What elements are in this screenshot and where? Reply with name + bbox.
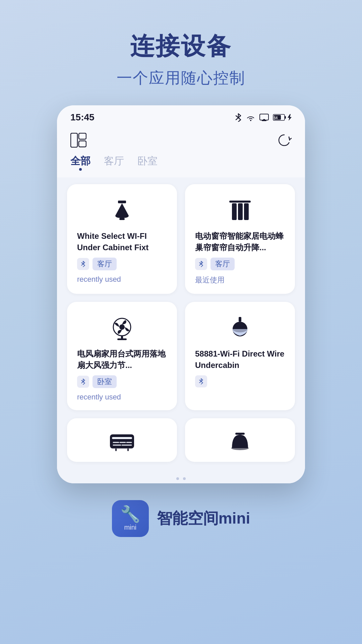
bluetooth-tag-2 xyxy=(195,258,207,270)
hero-section: 连接设备 一个应用随心控制 xyxy=(117,0,245,105)
wifi-icon xyxy=(246,114,255,121)
app-header xyxy=(57,126,305,151)
device-icon-area-5 xyxy=(77,430,167,457)
device-card-5[interactable] xyxy=(67,418,177,462)
room-tag-1: 客厅 xyxy=(93,258,117,270)
svg-point-26 xyxy=(231,446,249,450)
device-card-1[interactable]: White Select WI-FI Under Cabinet Fixt 客厅… xyxy=(67,184,177,294)
phone-inner: 15:45 xyxy=(57,105,305,483)
recently-used-2: 最近使用 xyxy=(195,275,285,285)
svg-rect-17 xyxy=(117,338,127,340)
app-icon-symbol: 🔧 xyxy=(120,506,140,522)
refresh-icon[interactable] xyxy=(277,133,292,148)
hero-subtitle: 一个应用随心控制 xyxy=(117,68,245,89)
svg-text:54: 54 xyxy=(274,116,278,120)
device-tags-4 xyxy=(195,375,285,387)
svg-rect-21 xyxy=(110,434,134,448)
svg-rect-23 xyxy=(115,448,117,451)
svg-rect-6 xyxy=(79,133,86,139)
device-tags-2: 客厅 xyxy=(195,258,285,270)
phone-frame: 15:45 xyxy=(57,105,305,483)
tab-bedroom[interactable]: 卧室 xyxy=(137,154,158,171)
app-icon[interactable]: 🔧 mini xyxy=(112,500,149,537)
bluetooth-tag-3 xyxy=(77,376,89,388)
tabs-row: 全部 客厅 卧室 xyxy=(57,151,305,177)
device-tags-1: 客厅 xyxy=(77,258,167,270)
device-icon-area-2 xyxy=(195,196,285,226)
device-name-1: White Select WI-FI Under Cabinet Fixt xyxy=(77,230,167,253)
svg-rect-7 xyxy=(79,141,86,147)
device-icon-area-4 xyxy=(195,313,285,343)
bluetooth-tag-4 xyxy=(195,375,207,387)
scroll-dot-1 xyxy=(176,477,179,480)
device-card-2[interactable]: 电动窗帘智能家居电动蜂巢帘窗帘自动升降... 客厅 最近使用 xyxy=(185,184,295,294)
device-icon-area-6 xyxy=(195,430,285,457)
bluetooth-tag-1 xyxy=(77,258,89,270)
room-tag-3: 卧室 xyxy=(93,375,117,388)
device-tags-3: 卧室 xyxy=(77,375,167,388)
ac-icon xyxy=(109,430,135,457)
app-icon-mini: mini xyxy=(124,524,136,531)
svg-rect-11 xyxy=(232,203,237,220)
app-footer: 🔧 mini 智能空间mini xyxy=(112,483,250,557)
scroll-dots xyxy=(57,472,305,483)
svg-rect-13 xyxy=(244,203,249,220)
device-card-6[interactable] xyxy=(185,418,295,462)
tab-all[interactable]: 全部 xyxy=(70,154,90,171)
svg-rect-18 xyxy=(239,317,241,322)
svg-rect-24 xyxy=(127,448,129,451)
recently-used-1: recently used xyxy=(77,275,167,284)
room-tag-2: 客厅 xyxy=(210,258,235,270)
battery-indicator: 54 xyxy=(273,114,292,121)
hero-title: 连接设备 xyxy=(117,30,245,62)
pendant-light-icon xyxy=(227,315,253,342)
device-card-4[interactable]: 58881-Wi-Fi Direct Wire Undercabin xyxy=(185,302,295,410)
svg-rect-9 xyxy=(119,218,125,220)
svg-rect-8 xyxy=(118,201,126,203)
svg-rect-25 xyxy=(235,433,245,435)
tab-living[interactable]: 客厅 xyxy=(104,154,124,171)
scroll-dot-2 xyxy=(183,477,186,480)
device-card-3[interactable]: 电风扇家用台式两用落地扇大风强力节... 卧室 recently used xyxy=(67,302,177,410)
svg-rect-2 xyxy=(285,116,286,119)
svg-point-15 xyxy=(119,324,125,330)
status-bar: 15:45 xyxy=(57,105,305,126)
svg-rect-5 xyxy=(71,133,77,147)
device-grid: White Select WI-FI Under Cabinet Fixt 客厅… xyxy=(57,177,305,472)
svg-point-20 xyxy=(233,326,247,332)
bluetooth-icon xyxy=(235,113,242,122)
svg-rect-10 xyxy=(229,201,251,203)
status-icons: 54 xyxy=(235,113,292,122)
device-name-3: 电风扇家用台式两用落地扇大风强力节... xyxy=(77,348,167,371)
device-name-2: 电动窗帘智能家居电动蜂巢帘窗帘自动升降... xyxy=(195,230,285,253)
curtain-icon xyxy=(227,197,253,224)
status-time: 15:45 xyxy=(70,112,95,123)
dome-light-icon xyxy=(227,430,253,457)
svg-rect-22 xyxy=(112,437,132,439)
recently-used-3: recently used xyxy=(77,393,167,401)
device-icon-area-1 xyxy=(77,196,167,226)
fan-icon xyxy=(109,315,135,342)
screen-icon xyxy=(259,114,269,121)
layout-icon[interactable] xyxy=(70,133,86,148)
svg-rect-12 xyxy=(238,203,243,220)
ceiling-light-icon xyxy=(109,197,135,224)
app-name: 智能空间mini xyxy=(157,508,250,529)
device-name-4: 58881-Wi-Fi Direct Wire Undercabin xyxy=(195,348,285,371)
device-icon-area-3 xyxy=(77,313,167,343)
